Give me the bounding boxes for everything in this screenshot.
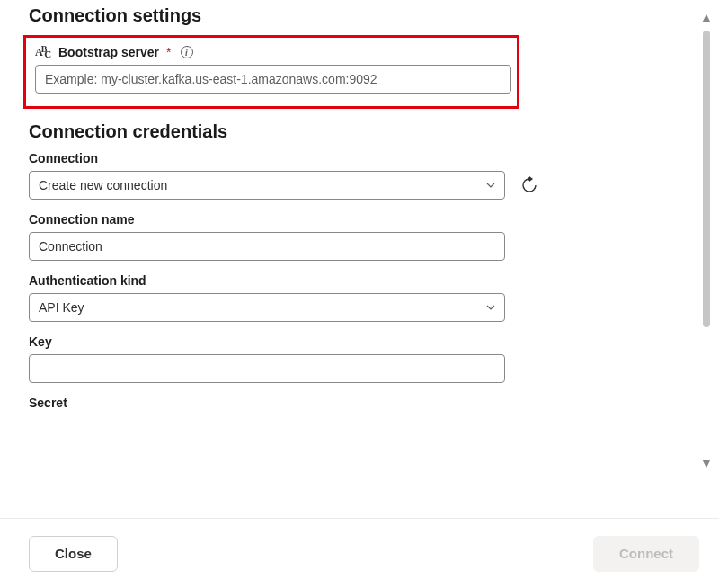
connection-dropdown[interactable]: Create new connection [29, 171, 505, 200]
scroll-down-arrow-icon[interactable]: ▼ [698, 455, 715, 471]
key-input[interactable] [29, 354, 505, 383]
secret-label: Secret [29, 396, 690, 410]
auth-kind-field: Authentication kind API Key [29, 273, 690, 322]
scrollbar-thumb[interactable] [703, 31, 710, 327]
key-label: Key [29, 334, 690, 349]
refresh-icon [520, 176, 538, 194]
bootstrap-server-input[interactable] [35, 65, 511, 94]
connection-name-input[interactable] [29, 232, 505, 261]
connection-name-field: Connection name [29, 212, 690, 261]
text-field-type-icon: ABC [35, 46, 53, 59]
scrollbar[interactable]: ▲ ▼ [697, 9, 715, 471]
scroll-up-arrow-icon[interactable]: ▲ [698, 9, 715, 25]
auth-kind-label: Authentication kind [29, 273, 690, 288]
connection-label: Connection [29, 151, 690, 165]
bootstrap-highlight: ABC Bootstrap server * i [23, 35, 519, 109]
bootstrap-label-row: ABC Bootstrap server * i [35, 45, 508, 59]
close-button[interactable]: Close [29, 536, 118, 572]
auth-kind-dropdown[interactable]: API Key [29, 293, 505, 322]
dialog-footer: Close Connect [0, 518, 719, 588]
connection-settings-heading: Connection settings [29, 5, 690, 26]
settings-panel: Connection settings ABC Bootstrap server… [0, 0, 719, 486]
bootstrap-label: Bootstrap server [58, 45, 159, 59]
info-icon[interactable]: i [181, 46, 193, 58]
connection-field: Connection Create new connection [29, 151, 690, 200]
key-field: Key [29, 334, 690, 383]
connection-name-label: Connection name [29, 212, 690, 227]
connect-button[interactable]: Connect [593, 536, 699, 572]
refresh-connections-button[interactable] [518, 174, 541, 197]
connection-credentials-heading: Connection credentials [29, 121, 690, 142]
required-asterisk: * [166, 45, 171, 59]
secret-field: Secret [29, 396, 690, 410]
